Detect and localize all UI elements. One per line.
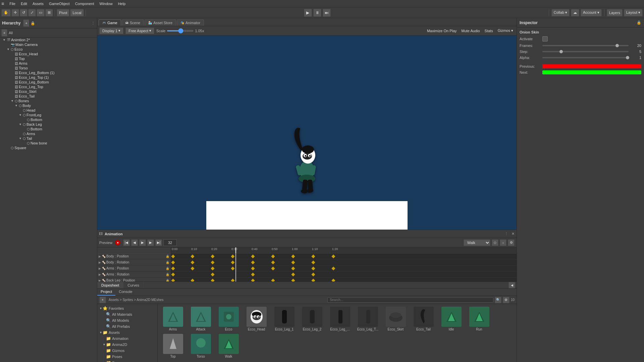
menu-window[interactable]: Window [97, 1, 115, 6]
hier-ecco-tail[interactable]: 🖼 Ecco_Tail [0, 94, 97, 99]
stats-btn[interactable]: Stats [483, 28, 494, 34]
asset-ecco[interactable]: Ecco [216, 307, 241, 331]
hier-body[interactable]: ▼ ⬡ Body [0, 103, 97, 108]
next-color-bar[interactable] [542, 70, 641, 74]
hier-bones[interactable]: ▼ ⬡ Bones [0, 99, 97, 103]
tab-game[interactable]: 🎮 Game [99, 19, 121, 26]
transform-tool-btn[interactable]: ⊞ [45, 9, 53, 16]
anim-prev-frame[interactable]: ◀ [131, 239, 138, 246]
asset-ecco-leg-1[interactable]: Ecco_Leg_1 [272, 307, 297, 331]
scale-tool-btn[interactable]: ⤢ [28, 9, 36, 16]
asset-ecco-head[interactable]: Ecco_Head [244, 307, 269, 331]
hier-ecco-leg-bottom1[interactable]: 🖼 Ecco_Leg_Bottom (1) [0, 70, 97, 75]
step-slider-track[interactable] [542, 51, 629, 52]
folder-assets[interactable]: ▼ 📁 Assets [97, 329, 157, 336]
hierarchy-add-btn[interactable]: + [23, 19, 29, 27]
menu-assets[interactable]: Assets [30, 1, 46, 6]
account-btn[interactable]: Account ▾ [581, 9, 602, 16]
hier-animtion2[interactable]: ▼ 🎬 Animtion 2* [0, 38, 97, 42]
folder-all-materials[interactable]: 🔍 All Materials [97, 311, 157, 317]
layers-btn[interactable]: Layers [607, 9, 623, 16]
anim-next-frame[interactable]: ▶ [147, 239, 154, 246]
frame-input[interactable]: 32 [163, 239, 177, 246]
hier-bottom2[interactable]: ⬡ Bottom [0, 127, 97, 131]
hier-arms2[interactable]: ⬡ Arms [0, 131, 97, 136]
scale-slider[interactable] [167, 30, 194, 32]
rect-tool-btn[interactable]: ▭ [37, 9, 45, 16]
anim-prev-keyframe[interactable]: |◀ [123, 239, 130, 246]
hier-ecco-leg-top1[interactable]: 🖼 Ecco_Leg_Top (1) [0, 75, 97, 80]
lock-arms-rot[interactable]: 🔒 [166, 273, 169, 276]
hier-head[interactable]: ⬡ Head [0, 108, 97, 113]
hier-square[interactable]: ⬡ Square [0, 145, 97, 150]
asset-ecco-leg-2[interactable]: Ecco_Leg_2 [300, 307, 325, 331]
folder-scenes[interactable]: 📁 Scenes [97, 360, 157, 362]
asset-arms[interactable]: Arms [160, 307, 185, 331]
assets-search-input[interactable] [327, 297, 493, 303]
folder-gizmos[interactable]: 📁 Gizmos [97, 348, 157, 354]
mute-btn[interactable]: Mute Audio [460, 28, 481, 34]
folder-favorites[interactable]: ▼ ⭐ Favorites [97, 305, 157, 311]
anim-play[interactable]: ▶ [139, 239, 146, 246]
hier-bottom1[interactable]: ⬡ Bottom [0, 117, 97, 122]
step-btn[interactable]: ⏭ [323, 9, 331, 17]
menu-help[interactable]: Help [115, 1, 128, 6]
anim-next-keyframe[interactable]: ▶| [155, 239, 162, 246]
timeline-collapse[interactable]: ◀ [508, 282, 515, 289]
hier-ecco-leg-top[interactable]: 🖼 Ecco_Leg_Top [0, 84, 97, 89]
maximize-btn[interactable]: Maximize On Play [426, 28, 458, 34]
asset-run[interactable]: Run [467, 307, 492, 331]
cloud-btn[interactable]: ☁ [571, 9, 579, 16]
collab-btn[interactable]: Collab ▾ [551, 9, 570, 16]
anim-panel-close[interactable]: ✕ [512, 232, 515, 236]
folder-all-models[interactable]: 🔍 All Models [97, 317, 157, 323]
kf-row-4[interactable] [171, 272, 517, 278]
anim-panel-options[interactable]: ⋮ [504, 232, 508, 236]
tab-console[interactable]: Console [115, 289, 136, 296]
lock-arms-pos[interactable]: 🔒 [166, 267, 169, 270]
assets-add-btn[interactable]: + [99, 297, 106, 303]
previous-color-bar[interactable] [542, 64, 641, 68]
alpha-slider-track[interactable] [542, 57, 629, 58]
folder-poses[interactable]: 📁 Poses [97, 354, 157, 360]
lock-bl-pos[interactable]: 🔒 [166, 279, 169, 282]
dopesheet-tab[interactable]: Dopesheet [97, 282, 123, 288]
anim-add-event[interactable]: ⬦ [500, 239, 506, 246]
inspector-lock-icon[interactable]: 🔒 [637, 20, 641, 25]
alpha-slider-handle[interactable] [626, 56, 629, 59]
kf-row-2[interactable] [171, 259, 517, 265]
tab-project[interactable]: Project [97, 289, 115, 296]
hierarchy-options[interactable]: ⋮ [91, 21, 95, 25]
pause-btn[interactable]: ⏸ [313, 9, 321, 17]
anim-settings[interactable]: ⚙ [508, 239, 515, 246]
asset-torso[interactable]: Torso [188, 334, 213, 358]
folder-animation[interactable]: 📁 Animation [97, 336, 157, 342]
hier-ecco-skirt[interactable]: 🖼 Ecco_Skirt [0, 89, 97, 94]
tab-animator[interactable]: 🎭 Animator [177, 19, 204, 26]
rotate-tool-btn[interactable]: ↺ [20, 9, 28, 16]
kf-row-3[interactable] [171, 265, 517, 272]
hier-backleg[interactable]: ▼ ⬡ Back Leg [0, 122, 97, 127]
hier-torso[interactable]: 🖼 Torso [0, 66, 97, 70]
kf-row-5[interactable] [171, 278, 517, 282]
hier-newbone[interactable]: ⬡ New bone [0, 141, 97, 145]
all-label[interactable]: All [9, 31, 13, 35]
hier-ecco[interactable]: ▼ ⬡ Ecco [0, 47, 97, 52]
hierarchy-filter-btn[interactable]: + [1, 29, 7, 37]
move-tool-btn[interactable]: ✛ [11, 9, 19, 16]
hier-maincam[interactable]: 📷 Main Camera [0, 42, 97, 47]
hier-arms[interactable]: 🖼 Arms [0, 61, 97, 66]
gizmos-btn[interactable]: Gizmos ▾ [496, 28, 515, 34]
play-btn[interactable]: ▶ [304, 9, 312, 17]
frames-slider-track[interactable] [542, 45, 629, 46]
asset-attack[interactable]: Attack [188, 307, 213, 331]
record-btn[interactable]: ● [115, 240, 120, 245]
hierarchy-content[interactable]: ▼ 🎬 Animtion 2* 📷 Main Camera ▼ ⬡ Ecco [0, 38, 97, 362]
asset-ecco-leg-t[interactable]: Ecco_Leg_T... [355, 307, 380, 331]
step-slider-handle[interactable] [559, 50, 563, 53]
hier-top[interactable]: 🖼 Top [0, 56, 97, 61]
frames-slider-handle[interactable] [615, 44, 619, 47]
asset-idle[interactable]: Idle [439, 307, 464, 331]
menu-edit[interactable]: Edit [18, 1, 30, 6]
aspect-dropdown[interactable]: Free Aspect ▾ [125, 27, 154, 34]
